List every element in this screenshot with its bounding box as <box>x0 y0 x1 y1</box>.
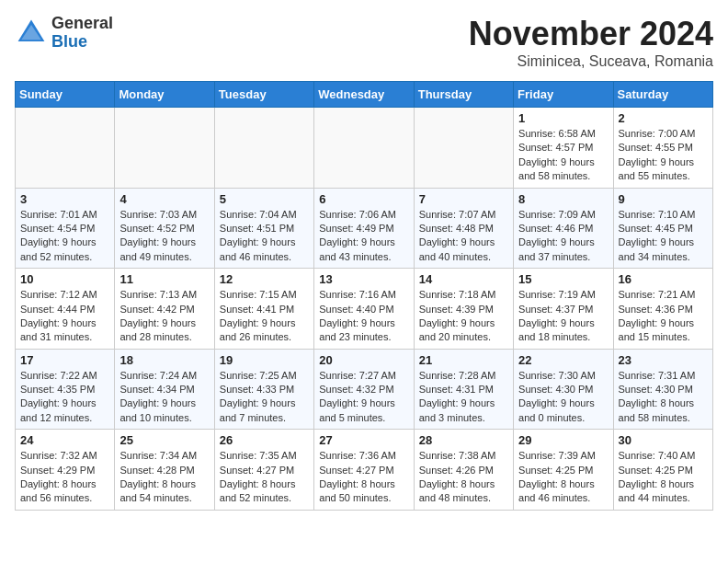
day-number: 25 <box>119 433 209 447</box>
title-block: November 2024 Siminicea, Suceava, Romani… <box>469 15 713 70</box>
day-number: 24 <box>20 433 109 447</box>
calendar-cell: 7Sunrise: 7:07 AMSunset: 4:48 PMDaylight… <box>414 188 513 269</box>
day-detail: Sunrise: 7:04 AMSunset: 4:51 PMDaylight:… <box>220 208 309 265</box>
calendar-cell: 30Sunrise: 7:40 AMSunset: 4:25 PMDayligh… <box>613 430 712 511</box>
day-number: 28 <box>419 433 508 447</box>
day-detail: Sunrise: 7:16 AMSunset: 4:40 PMDaylight:… <box>319 288 408 345</box>
logo: General Blue <box>15 15 113 52</box>
calendar-cell: 9Sunrise: 7:10 AMSunset: 4:45 PMDaylight… <box>613 188 712 269</box>
day-number: 27 <box>319 433 408 447</box>
day-number: 12 <box>220 272 309 286</box>
day-number: 20 <box>319 353 408 367</box>
day-number: 10 <box>20 272 109 286</box>
month-title: November 2024 <box>469 15 713 53</box>
calendar-week-row: 3Sunrise: 7:01 AMSunset: 4:54 PMDaylight… <box>16 188 713 269</box>
day-detail: Sunrise: 7:36 AMSunset: 4:27 PMDaylight:… <box>319 449 408 506</box>
calendar-cell: 1Sunrise: 6:58 AMSunset: 4:57 PMDaylight… <box>514 108 613 189</box>
calendar-cell: 17Sunrise: 7:22 AMSunset: 4:35 PMDayligh… <box>16 349 115 430</box>
calendar-cell: 12Sunrise: 7:15 AMSunset: 4:41 PMDayligh… <box>214 269 313 350</box>
calendar-cell <box>414 108 513 189</box>
day-number: 18 <box>119 353 209 367</box>
day-detail: Sunrise: 7:03 AMSunset: 4:52 PMDaylight:… <box>119 208 209 265</box>
calendar-cell <box>115 108 214 189</box>
day-detail: Sunrise: 7:35 AMSunset: 4:27 PMDaylight:… <box>220 449 309 506</box>
calendar-cell: 13Sunrise: 7:16 AMSunset: 4:40 PMDayligh… <box>314 269 414 350</box>
day-detail: Sunrise: 7:31 AMSunset: 4:30 PMDaylight:… <box>619 369 708 426</box>
day-detail: Sunrise: 7:06 AMSunset: 4:49 PMDaylight:… <box>319 208 408 265</box>
logo-text: General Blue <box>51 15 113 52</box>
calendar-cell: 2Sunrise: 7:00 AMSunset: 4:55 PMDaylight… <box>613 108 712 189</box>
calendar-cell: 10Sunrise: 7:12 AMSunset: 4:44 PMDayligh… <box>16 269 115 350</box>
day-detail: Sunrise: 7:32 AMSunset: 4:29 PMDaylight:… <box>20 449 109 506</box>
calendar-cell: 21Sunrise: 7:28 AMSunset: 4:31 PMDayligh… <box>414 349 513 430</box>
day-number: 1 <box>518 111 608 125</box>
day-number: 29 <box>518 433 608 447</box>
day-detail: Sunrise: 7:15 AMSunset: 4:41 PMDaylight:… <box>220 288 309 345</box>
weekday-header-row: SundayMondayTuesdayWednesdayThursdayFrid… <box>16 82 713 108</box>
calendar-cell <box>16 108 115 189</box>
calendar: SundayMondayTuesdayWednesdayThursdayFrid… <box>15 81 713 511</box>
day-detail: Sunrise: 7:34 AMSunset: 4:28 PMDaylight:… <box>119 449 209 506</box>
day-number: 6 <box>319 192 408 206</box>
day-detail: Sunrise: 6:58 AMSunset: 4:57 PMDaylight:… <box>518 127 608 184</box>
day-number: 23 <box>619 353 708 367</box>
calendar-cell: 24Sunrise: 7:32 AMSunset: 4:29 PMDayligh… <box>16 430 115 511</box>
weekday-header: Monday <box>115 82 214 108</box>
weekday-header: Friday <box>514 82 613 108</box>
day-detail: Sunrise: 7:21 AMSunset: 4:36 PMDaylight:… <box>619 288 708 345</box>
day-number: 16 <box>619 272 708 286</box>
day-number: 9 <box>619 192 708 206</box>
calendar-cell: 8Sunrise: 7:09 AMSunset: 4:46 PMDaylight… <box>514 188 613 269</box>
day-detail: Sunrise: 7:38 AMSunset: 4:26 PMDaylight:… <box>419 449 508 506</box>
calendar-week-row: 24Sunrise: 7:32 AMSunset: 4:29 PMDayligh… <box>16 430 713 511</box>
day-detail: Sunrise: 7:07 AMSunset: 4:48 PMDaylight:… <box>419 208 508 265</box>
day-detail: Sunrise: 7:30 AMSunset: 4:30 PMDaylight:… <box>518 369 608 426</box>
page-header: General Blue November 2024 Siminicea, Su… <box>15 15 713 70</box>
calendar-cell: 14Sunrise: 7:18 AMSunset: 4:39 PMDayligh… <box>414 269 513 350</box>
location: Siminicea, Suceava, Romania <box>469 53 713 70</box>
day-detail: Sunrise: 7:19 AMSunset: 4:37 PMDaylight:… <box>518 288 608 345</box>
weekday-header: Saturday <box>613 82 712 108</box>
day-detail: Sunrise: 7:13 AMSunset: 4:42 PMDaylight:… <box>119 288 209 345</box>
day-detail: Sunrise: 7:24 AMSunset: 4:34 PMDaylight:… <box>119 369 209 426</box>
calendar-cell: 29Sunrise: 7:39 AMSunset: 4:25 PMDayligh… <box>514 430 613 511</box>
calendar-cell: 26Sunrise: 7:35 AMSunset: 4:27 PMDayligh… <box>214 430 313 511</box>
day-number: 30 <box>619 433 708 447</box>
calendar-cell: 16Sunrise: 7:21 AMSunset: 4:36 PMDayligh… <box>613 269 712 350</box>
calendar-cell <box>214 108 313 189</box>
calendar-cell: 3Sunrise: 7:01 AMSunset: 4:54 PMDaylight… <box>16 188 115 269</box>
day-detail: Sunrise: 7:39 AMSunset: 4:25 PMDaylight:… <box>518 449 608 506</box>
day-detail: Sunrise: 7:25 AMSunset: 4:33 PMDaylight:… <box>220 369 309 426</box>
calendar-cell: 28Sunrise: 7:38 AMSunset: 4:26 PMDayligh… <box>414 430 513 511</box>
day-detail: Sunrise: 7:28 AMSunset: 4:31 PMDaylight:… <box>419 369 508 426</box>
day-detail: Sunrise: 7:01 AMSunset: 4:54 PMDaylight:… <box>20 208 109 265</box>
calendar-week-row: 1Sunrise: 6:58 AMSunset: 4:57 PMDaylight… <box>16 108 713 189</box>
day-number: 8 <box>518 192 608 206</box>
day-number: 22 <box>518 353 608 367</box>
day-number: 4 <box>119 192 209 206</box>
day-number: 2 <box>619 111 708 125</box>
day-number: 17 <box>20 353 109 367</box>
day-detail: Sunrise: 7:09 AMSunset: 4:46 PMDaylight:… <box>518 208 608 265</box>
calendar-cell: 19Sunrise: 7:25 AMSunset: 4:33 PMDayligh… <box>214 349 313 430</box>
day-detail: Sunrise: 7:40 AMSunset: 4:25 PMDaylight:… <box>619 449 708 506</box>
calendar-cell: 5Sunrise: 7:04 AMSunset: 4:51 PMDaylight… <box>214 188 313 269</box>
day-number: 19 <box>220 353 309 367</box>
calendar-cell: 11Sunrise: 7:13 AMSunset: 4:42 PMDayligh… <box>115 269 214 350</box>
day-detail: Sunrise: 7:22 AMSunset: 4:35 PMDaylight:… <box>20 369 109 426</box>
weekday-header: Wednesday <box>314 82 414 108</box>
calendar-cell: 25Sunrise: 7:34 AMSunset: 4:28 PMDayligh… <box>115 430 214 511</box>
day-detail: Sunrise: 7:12 AMSunset: 4:44 PMDaylight:… <box>20 288 109 345</box>
calendar-cell: 15Sunrise: 7:19 AMSunset: 4:37 PMDayligh… <box>514 269 613 350</box>
calendar-week-row: 10Sunrise: 7:12 AMSunset: 4:44 PMDayligh… <box>16 269 713 350</box>
day-number: 21 <box>419 353 508 367</box>
calendar-cell: 4Sunrise: 7:03 AMSunset: 4:52 PMDaylight… <box>115 188 214 269</box>
calendar-cell: 22Sunrise: 7:30 AMSunset: 4:30 PMDayligh… <box>514 349 613 430</box>
calendar-cell <box>314 108 414 189</box>
weekday-header: Thursday <box>414 82 513 108</box>
day-detail: Sunrise: 7:18 AMSunset: 4:39 PMDaylight:… <box>419 288 508 345</box>
day-number: 11 <box>119 272 209 286</box>
weekday-header: Sunday <box>16 82 115 108</box>
day-detail: Sunrise: 7:27 AMSunset: 4:32 PMDaylight:… <box>319 369 408 426</box>
day-detail: Sunrise: 7:00 AMSunset: 4:55 PMDaylight:… <box>619 127 708 184</box>
